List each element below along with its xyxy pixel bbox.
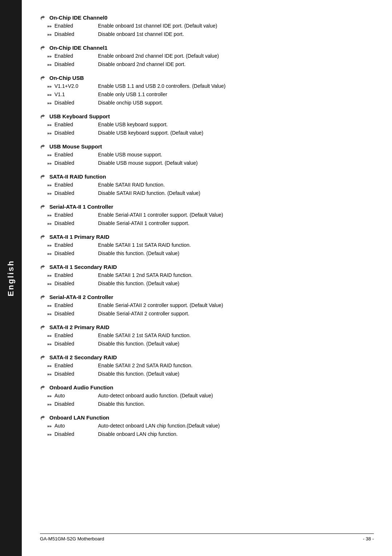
- section-on-chip-ide-channel0: On-Chip IDE Channel0»»EnabledEnable onbo…: [40, 15, 374, 38]
- option-value: Disabled: [54, 250, 98, 257]
- option-row: »»EnabledEnable USB keyboard support.: [47, 121, 374, 128]
- section-sata-ii-2-secondary-raid: SATA-II 2 Secondary RAID»»EnabledEnable …: [40, 354, 374, 378]
- option-row: »»DisabledDisable SATAII RAID function. …: [47, 189, 374, 197]
- option-row: »»DisabledDisable onchip USB support.: [47, 99, 374, 107]
- option-bullet-icon: »»: [47, 371, 54, 377]
- option-value: Enabled: [54, 22, 98, 30]
- option-value: Disabled: [54, 61, 98, 68]
- options-list-on-chip-ide-channel1: »»EnabledEnable onboard 2nd channel IDE …: [47, 52, 374, 68]
- option-bullet-icon: »»: [47, 401, 54, 408]
- option-value: Disabled: [54, 189, 98, 197]
- footer-left: GA-M51GM-S2G Motherboard: [40, 536, 104, 541]
- option-value: Disabled: [54, 340, 98, 348]
- options-list-serial-ata-ii-2-controller: »»EnabledEnable Serial-ATAII 2 controlle…: [47, 302, 374, 318]
- option-value: Disabled: [54, 310, 98, 318]
- section-title-serial-ata-ii-1-controller: Serial-ATA-II 1 Controller: [40, 204, 374, 210]
- option-bullet-icon: »»: [47, 53, 54, 60]
- option-bullet-icon: »»: [47, 61, 54, 68]
- option-desc: Enable SATAII 1 1st SATA RAID function.: [98, 241, 374, 249]
- option-row: »»V1.1Enable only USB 1.1 controller: [47, 91, 374, 98]
- option-desc: Disable USB mouse support. (Default valu…: [98, 159, 374, 167]
- option-bullet-icon: »»: [47, 250, 54, 257]
- option-desc: Disable onboard 1st channel IDE port.: [98, 30, 374, 38]
- option-bullet-icon: »»: [47, 31, 54, 38]
- section-title-text-sata-ii-1-secondary-raid: SATA-II 1 Secondary RAID: [49, 264, 117, 270]
- option-desc: Enable SATAII RAID function.: [98, 181, 374, 189]
- section-title-usb-keyboard-support: USB Keyboard Support: [40, 113, 374, 119]
- section-arrow-icon: [40, 204, 47, 209]
- footer-right: - 38 -: [363, 536, 374, 541]
- section-title-onboard-lan-function: Onboard LAN Function: [40, 414, 374, 421]
- section-arrow-icon: [40, 234, 47, 240]
- option-bullet-icon: »»: [47, 182, 54, 188]
- option-bullet-icon: »»: [47, 91, 54, 98]
- section-arrow-icon: [40, 143, 47, 149]
- option-desc: Enable USB keyboard support.: [98, 121, 374, 128]
- option-bullet-icon: »»: [47, 393, 54, 399]
- option-desc: Disable this function. (Default value): [98, 280, 374, 287]
- options-list-sata-ii-raid-function: »»EnabledEnable SATAII RAID function.»»D…: [47, 181, 374, 197]
- option-row: »»DisabledDisable this function. (Defaul…: [47, 370, 374, 378]
- option-row: »»EnabledEnable Serial-ATAII 2 controlle…: [47, 302, 374, 309]
- options-list-serial-ata-ii-1-controller: »»EnabledEnable Serial-ATAII 1 controlle…: [47, 211, 374, 227]
- section-arrow-icon: [40, 324, 47, 330]
- section-title-on-chip-usb: On-Chip USB: [40, 75, 374, 81]
- option-bullet-icon: »»: [47, 152, 54, 158]
- section-title-text-sata-ii-1-primary-raid: SATA-II 1 Primary RAID: [49, 234, 109, 240]
- options-list-sata-ii-1-primary-raid: »»EnabledEnable SATAII 1 1st SATA RAID f…: [47, 241, 374, 257]
- section-on-chip-ide-channel1: On-Chip IDE Channel1»»EnabledEnable onbo…: [40, 45, 374, 68]
- option-desc: Disable onboard 2nd channel IDE port.: [98, 61, 374, 68]
- section-sata-ii-2-primary-raid: SATA-II 2 Primary RAID»»EnabledEnable SA…: [40, 324, 374, 348]
- option-row: »»EnabledEnable SATAII RAID function.: [47, 181, 374, 189]
- option-bullet-icon: »»: [47, 281, 54, 287]
- option-value: Disabled: [54, 159, 98, 167]
- option-value: Enabled: [54, 302, 98, 309]
- option-value: Enabled: [54, 211, 98, 219]
- option-value: Disabled: [54, 280, 98, 287]
- option-row: »»EnabledEnable SATAII 1 1st SATA RAID f…: [47, 241, 374, 249]
- option-value: Auto: [54, 392, 98, 400]
- option-bullet-icon: »»: [47, 341, 54, 347]
- option-desc: Enable Serial-ATAII 1 controller support…: [98, 211, 374, 219]
- option-row: »»AutoAuto-detect onboard LAN chip funct…: [47, 422, 374, 430]
- option-bullet-icon: »»: [47, 302, 54, 309]
- option-value: Disabled: [54, 220, 98, 227]
- options-list-usb-mouse-support: »»EnabledEnable USB mouse support.»»Disa…: [47, 151, 374, 167]
- option-desc: Auto-detect onboard LAN chip function.(D…: [98, 422, 374, 430]
- option-row: »»DisabledDisable onboard LAN chip funct…: [47, 430, 374, 438]
- section-title-text-usb-mouse-support: USB Mouse Support: [49, 143, 102, 150]
- option-row: »»EnabledEnable SATAII 1 2nd SATA RAID f…: [47, 271, 374, 279]
- option-value: Auto: [54, 422, 98, 430]
- option-value: V1.1+V2.0: [54, 82, 98, 90]
- option-desc: Enable SATAII 1 2nd SATA RAID function.: [98, 271, 374, 279]
- options-list-sata-ii-2-primary-raid: »»EnabledEnable SATAII 2 1st SATA RAID f…: [47, 332, 374, 348]
- option-desc: Disable this function. (Default value): [98, 340, 374, 348]
- option-row: »»EnabledEnable onboard 1st channel IDE …: [47, 22, 374, 30]
- options-list-usb-keyboard-support: »»EnabledEnable USB keyboard support.»»D…: [47, 121, 374, 137]
- option-desc: Disable SATAII RAID function. (Default v…: [98, 189, 374, 197]
- section-title-sata-ii-2-secondary-raid: SATA-II 2 Secondary RAID: [40, 354, 374, 360]
- option-desc: Disable this function.: [98, 400, 374, 408]
- section-arrow-icon: [40, 173, 47, 179]
- option-value: Enabled: [54, 241, 98, 249]
- option-bullet-icon: »»: [47, 332, 54, 339]
- section-title-text-usb-keyboard-support: USB Keyboard Support: [49, 113, 110, 119]
- option-value: Enabled: [54, 271, 98, 279]
- section-sata-ii-1-secondary-raid: SATA-II 1 Secondary RAID»»EnabledEnable …: [40, 264, 374, 287]
- option-row: »»DisabledDisable this function. (Defaul…: [47, 250, 374, 257]
- options-list-sata-ii-2-secondary-raid: »»EnabledEnable SATAII 2 2nd SATA RAID f…: [47, 362, 374, 378]
- section-usb-mouse-support: USB Mouse Support»»EnabledEnable USB mou…: [40, 143, 374, 167]
- option-value: Disabled: [54, 430, 98, 438]
- option-value: Disabled: [54, 400, 98, 408]
- option-bullet-icon: »»: [47, 212, 54, 218]
- section-title-sata-ii-raid-function: SATA-II RAID function: [40, 173, 374, 180]
- option-bullet-icon: »»: [47, 431, 54, 438]
- option-bullet-icon: »»: [47, 423, 54, 429]
- section-arrow-icon: [40, 45, 47, 50]
- section-arrow-icon: [40, 414, 47, 420]
- option-row: »»DisabledDisable onboard 1st channel ID…: [47, 30, 374, 38]
- section-title-text-onboard-audio-function: Onboard Audio Function: [49, 384, 113, 391]
- option-desc: Disable USB keyboard support. (Default v…: [98, 129, 374, 137]
- option-bullet-icon: »»: [47, 311, 54, 317]
- options-list-on-chip-usb: »»V1.1+V2.0Enable USB 1.1 and USB 2.0 co…: [47, 82, 374, 107]
